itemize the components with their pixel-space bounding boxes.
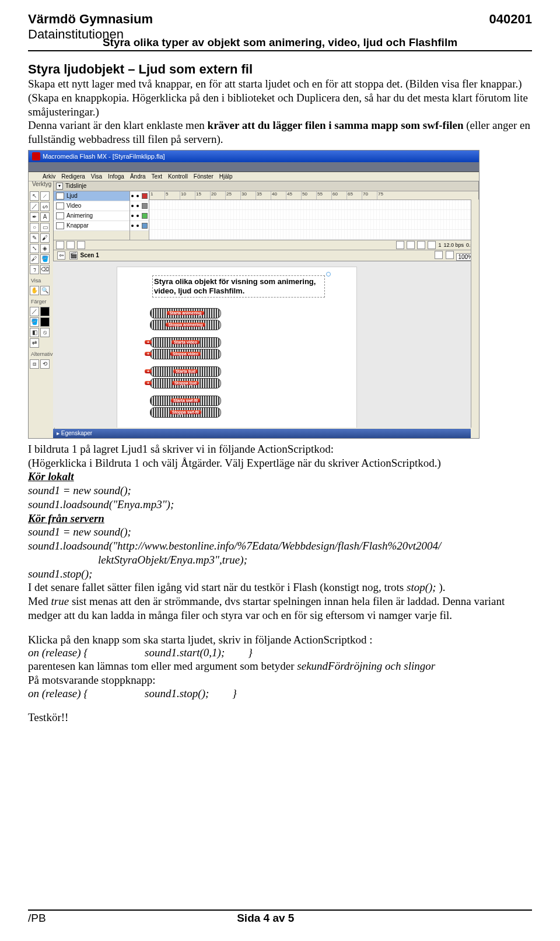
start-anim-button[interactable]: Starta animering [150, 308, 221, 319]
menu-text[interactable]: Text [152, 173, 162, 180]
vertical-scrollbar[interactable] [471, 200, 479, 428]
stop-ljud-button[interactable]: +Stoppa ljud [150, 378, 221, 389]
fill-swatch[interactable] [40, 317, 50, 327]
snap-tool[interactable]: ⧈ [30, 359, 39, 369]
reg-point-icon: + [145, 381, 152, 385]
scene-name[interactable]: Scen 1 [80, 252, 99, 258]
onion-icon[interactable] [396, 241, 404, 249]
lasso-tool[interactable]: ᔕ [40, 202, 50, 211]
p6: parentesen kan lämnas tom eller med argu… [28, 659, 532, 673]
frames-ruler: 151015202530354045505560657075 [149, 191, 478, 200]
line-tool[interactable]: ／ [30, 202, 39, 211]
eraser-tool[interactable]: ⌫ [40, 265, 50, 274]
code-line-2: sound1.loadsound("Enya.mp3"); [28, 498, 532, 512]
stroke-color[interactable]: ／ [30, 307, 39, 316]
layer-icon [56, 202, 64, 209]
rect-tool[interactable]: ▭ [40, 223, 50, 232]
start-ljud-button[interactable]: +Starta ljud [150, 366, 221, 377]
reg-point-icon: + [145, 369, 152, 373]
menu-visa[interactable]: Visa [91, 173, 102, 180]
start-swf-button[interactable]: Starta swf-fil [150, 396, 221, 406]
layer-knappar[interactable]: Knappar [54, 221, 130, 231]
menu-redigera[interactable]: Redigera [61, 173, 85, 180]
doc-header: Värmdö Gymnasium 040201 Datainstitutione… [28, 12, 532, 51]
stop-anim-button[interactable]: Stoppa animering [150, 320, 221, 330]
onion2-icon[interactable] [407, 241, 415, 249]
fill-color[interactable]: 🪣 [30, 317, 39, 327]
back-icon[interactable]: ⇦ [57, 251, 65, 260]
frames-area[interactable]: 151015202530354045505560657075 [149, 191, 478, 240]
kor-lokalt-heading: Kör lokalt [28, 470, 532, 484]
menu-andra[interactable]: Ändra [130, 173, 146, 180]
alternativ-label: Alternativ [31, 351, 53, 357]
layer-icon [56, 212, 64, 219]
menu-hjalp[interactable]: Hjälp [219, 173, 233, 180]
delete-layer-icon[interactable] [77, 241, 85, 249]
add-folder-icon[interactable] [66, 241, 75, 249]
edit-scene-icon[interactable] [435, 251, 443, 259]
zoom-tool[interactable]: 🔍 [40, 286, 50, 295]
subselect-tool[interactable]: ⟋ [40, 191, 50, 201]
bw-icon[interactable]: ◧ [30, 328, 39, 337]
page-number: Sida 4 av 5 [46, 912, 485, 925]
main-area: ▾ Tidslinje Ljud Video Animering Knappar [53, 181, 479, 428]
stop-swf-button[interactable]: Stoppa swf-fil [150, 407, 221, 418]
reg-point-icon: + [145, 340, 152, 344]
edit-symbol-icon[interactable] [446, 251, 454, 259]
app-icon [32, 152, 40, 160]
timeline-label: Tidslinje [65, 183, 86, 189]
menubar[interactable]: Arkiv Redigera Visa Infoga Ändra Text Ko… [29, 172, 479, 181]
layer-video[interactable]: Video [54, 201, 130, 211]
onion3-icon[interactable] [417, 241, 425, 249]
onion4-icon[interactable] [428, 241, 436, 249]
collapse-icon[interactable]: ▾ [56, 183, 63, 190]
layer-animering[interactable]: Animering [54, 211, 130, 221]
doc-title: Styra olika typer av objekt som animerin… [28, 36, 532, 49]
brush-tool[interactable]: 🖌 [40, 233, 50, 243]
timeline-footer: 1 12.0 bps 0.0s [54, 240, 478, 250]
reg-point-icon: + [145, 352, 152, 356]
menu-arkiv[interactable]: Arkiv [43, 173, 55, 180]
option-tool[interactable]: ⟲ [40, 359, 50, 369]
farger-label: Färger [31, 299, 53, 305]
doc-footer: /PB Sida 4 av 5 [28, 909, 532, 925]
stroke-swatch[interactable] [40, 307, 50, 316]
menu-kontroll[interactable]: Kontroll [168, 173, 188, 180]
intro-paragraph-1: Skapa ett nytt lager med två knappar, en… [28, 77, 532, 118]
swap-icon[interactable]: ⇄ [30, 338, 39, 348]
code-line-3: sound1 = new sound(); [28, 525, 532, 539]
pen-tool[interactable]: ✒ [30, 212, 39, 222]
bucket-tool[interactable]: 🪣 [40, 254, 50, 264]
code-line-5: sound1.stop(); [28, 567, 532, 581]
noswap-icon[interactable]: ⦸ [40, 328, 50, 337]
menu-infoga[interactable]: Infoga [108, 173, 124, 180]
transform-tool[interactable]: ⤡ [30, 244, 39, 253]
stop-video-button[interactable]: +Stoppa video [150, 349, 221, 359]
selection-handle[interactable] [326, 272, 331, 277]
layer-list: Ljud Video Animering Knappar [54, 191, 130, 240]
layer-icon [56, 222, 64, 229]
scene-icon[interactable]: 🎬 [69, 251, 78, 260]
text-tool[interactable]: A [40, 212, 50, 222]
menu-fonster[interactable]: Fönster [194, 173, 214, 180]
current-frame: 1 [438, 242, 441, 248]
start-video-button[interactable]: +Starta video [150, 337, 221, 348]
fill-transform-tool[interactable]: ◈ [40, 244, 50, 253]
add-layer-icon[interactable] [56, 241, 64, 249]
oval-tool[interactable]: ○ [30, 223, 39, 232]
stage-heading-text[interactable]: Styra olika objekt för visning som anime… [152, 275, 325, 298]
testkor: Testkör!! [28, 711, 532, 725]
fps-display: 12.0 bps [443, 242, 464, 248]
stage-buttons: Starta animering Stoppa animering +Start… [150, 308, 221, 421]
layer-flags [130, 191, 149, 240]
org-name: Värmdö Gymnasium [28, 12, 153, 27]
hand-tool[interactable]: ✋ [30, 286, 39, 295]
properties-panel-tab[interactable]: ▸ Egenskaper [53, 429, 471, 438]
layer-ljud[interactable]: Ljud [54, 191, 130, 201]
arrow-tool[interactable]: ↖ [30, 191, 39, 201]
stage-wrapper[interactable]: Styra olika objekt för visning som anime… [53, 261, 479, 428]
ink-tool[interactable]: 🖋 [30, 254, 39, 264]
pencil-tool[interactable]: ✎ [30, 233, 39, 243]
tools-panel: ↖ ⟋ ／ ᔕ ✒ A ○ ▭ ✎ 🖌 ⤡ ◈ 🖋 🪣 ⁊ ⌫ Visa ✋ 🔍… [29, 190, 55, 438]
eyedropper-tool[interactable]: ⁊ [30, 265, 39, 274]
